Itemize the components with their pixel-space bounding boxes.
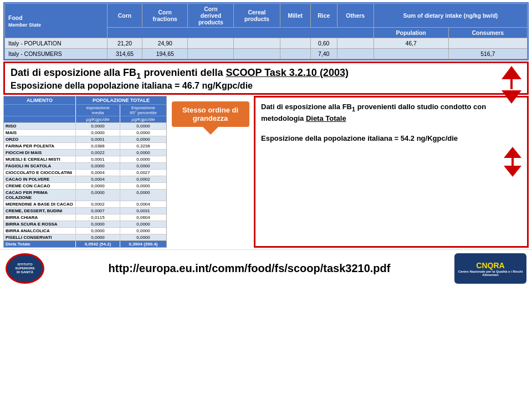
row2-rice: 7,40 (310, 49, 337, 59)
alimento-row: CACAO PER PRIMA COLAZIONE 0,0000 0,0000 (4, 189, 166, 201)
row-val2: 0,0027 (120, 170, 166, 176)
scoop-title: Dati di esposizione alla FB1 provenienti… (11, 66, 521, 81)
main-table: FoodMember State Corn Cornfractions Corn… (4, 3, 528, 59)
logo-iss: ISTITUTOSUPERIOREDI SANITÀ (6, 253, 44, 284)
row-val2: 0,0000 (120, 130, 166, 136)
col-spacer (107, 28, 374, 38)
total-label: Dieta Totale (4, 241, 76, 247)
row-val2: 0,0000 (120, 136, 166, 142)
top-table-wrapper: FoodMember State Corn Cornfractions Corn… (3, 2, 529, 60)
row-val1: 0,0000 (76, 221, 120, 227)
alimento-row: MUESLI E CEREALI MISTI 0,0001 0,0000 (4, 156, 166, 162)
row2-corn-derived (188, 49, 234, 59)
row-val1: 0,0000 (76, 163, 120, 169)
row-val2: 0,0000 (120, 123, 166, 129)
col-food: FoodMember State (5, 4, 108, 38)
total-val1: 0,0542 (54.2) (76, 241, 120, 247)
alimento-col-name: ALIMENTO (4, 96, 76, 104)
row-val1: 0,0115 (76, 214, 120, 221)
dati-link: Dieta Totale (306, 114, 346, 122)
alimento-sub-esposizione: esposizionemedia (76, 105, 120, 116)
row-name: CIOCCOLATO E CIOCCOLATINI (4, 170, 76, 176)
alimento-row: CREME, DESSERT, BUDINI 0,0007 0,0031 (4, 207, 166, 214)
row-name: MUESLI E CEREALI MISTI (4, 156, 76, 162)
row2-corn-fractions: 194,65 (142, 49, 188, 59)
row-name: RISO (4, 123, 76, 129)
row-name: CREME, DESSERT, BUDINI (4, 208, 76, 214)
dati-text1: Dati di esposizione alla FB1 provenienti… (261, 103, 486, 122)
cnqra-name: CNQRA (456, 261, 525, 270)
row-name: CREME CON CACAO (4, 183, 76, 189)
row-val1: 0,0000 (76, 130, 120, 136)
row-val2: 0,0002 (120, 176, 166, 182)
row-val2: 0,0000 (120, 150, 166, 156)
dati-text2: Esposizione della popolazione italiana =… (261, 134, 458, 142)
row-name: MAIS (4, 130, 76, 136)
row1-consumers (448, 38, 527, 49)
row1-rice: 0,60 (310, 38, 337, 49)
row1-cereal (234, 38, 280, 49)
alimento-header: ALIMENTO POPOLAZIONE TOTALE (4, 96, 166, 104)
row1-millet (280, 38, 310, 49)
dati-arrow-shaft (511, 158, 514, 166)
row1-corn: 21,20 (107, 38, 142, 49)
row-name: MERENDINE A BASE DI CACAO (4, 201, 76, 207)
alimento-units: µg/Kgpc/die µg/Kgpc/die (4, 116, 166, 122)
alimento-row: BIRRA SCURA E ROSSA 0,0000 0,0000 (4, 221, 166, 227)
col-corn: Corn (107, 4, 142, 28)
row-val2: 0,3238 (120, 143, 166, 149)
row1-corn-fractions: 24,90 (142, 38, 188, 49)
footer-bar: ISTITUTOSUPERIOREDI SANITÀ http://europa… (0, 249, 532, 287)
row-val1: 0,0022 (76, 150, 120, 156)
col-population: Population (374, 28, 448, 38)
alimento-row: FIOCCHI DI MAIS 0,0022 0,0000 (4, 149, 166, 156)
row-name: BIRRA CHIARA (4, 214, 76, 221)
row-val1: 0,0007 (76, 208, 120, 214)
dati-box: Dati di esposizione alla FB1 provenienti… (254, 96, 529, 248)
cnqra-sub: Centro Nazionale per la Qualità e i Risc… (456, 270, 525, 277)
alimento-table: ALIMENTO POPOLAZIONE TOTALE esposizionem… (3, 96, 167, 248)
bottom-section: ALIMENTO POPOLAZIONE TOTALE esposizionem… (3, 96, 529, 248)
alimento-row: RISO 0,0000 0,0000 (4, 122, 166, 129)
row2-population (374, 49, 448, 59)
row-val2: 0,0000 (120, 228, 166, 234)
arrow-down-icon (502, 90, 521, 104)
row-val1: 0,0000 (76, 123, 120, 129)
row-val1: 0,0000 (76, 183, 120, 189)
logo-iss-text: ISTITUTOSUPERIOREDI SANITÀ (15, 263, 34, 275)
dati-arrow-down (504, 166, 521, 177)
col-rice: Rice (310, 4, 337, 28)
alimento-rows: RISO 0,0000 0,0000 MAIS 0,0000 0,0000 OR… (4, 122, 166, 241)
row-val1: 0,0004 (76, 170, 120, 176)
dati-arrow-up (504, 147, 521, 158)
row2-food: Italy - CONSUMERS (5, 49, 108, 59)
row1-others (337, 38, 374, 49)
row-val1: 0,0002 (76, 201, 120, 207)
row-val1: 0,0001 (76, 136, 120, 142)
row-name: CACAO PER PRIMA COLAZIONE (4, 190, 76, 201)
alimento-row: CACAO IN POLVERE 0,0004 0,0002 (4, 176, 166, 182)
alimento-row: MERENDINE A BASE DI CACAO 0,0002 0,0004 (4, 201, 166, 207)
row-val2: 0,0604 (120, 214, 166, 221)
alimento-sub-percentile: Esposizione95° percentile (120, 105, 166, 116)
row-val2: 0,0031 (120, 208, 166, 214)
row-name: BIRRA ANALCOLICA (4, 228, 76, 234)
row2-cereal (234, 49, 280, 59)
row1-corn-derived (188, 38, 234, 49)
row-val2: 0,0000 (120, 163, 166, 169)
total-val2: 0,3904 (390.4) (120, 241, 166, 247)
alimento-row: CREME CON CACAO 0,0000 0,0000 (4, 182, 166, 189)
alimento-total: Dieta Totale 0,0542 (54.2) 0,3904 (390.4… (4, 241, 166, 247)
arrow-up-icon (502, 66, 521, 79)
row-val2: 0,0004 (120, 201, 166, 207)
alimento-row: PISELLI CONSERVATI 0,0000 0,0000 (4, 234, 166, 241)
row2-millet (280, 49, 310, 59)
alimento-sub-blank (4, 105, 76, 116)
row-name: FIOCCHI DI MAIS (4, 150, 76, 156)
row2-corn: 314,65 (107, 49, 142, 59)
row-name: BIRRA SCURA E ROSSA (4, 221, 76, 227)
alimento-unit2: µg/Kgpc/die (120, 116, 166, 122)
scoop-link: SCOOP Task 3.2.10 (2003) (226, 67, 348, 78)
alimento-row: FARINA PER POLENTA 0,0388 0,3238 (4, 142, 166, 149)
alimento-row: FAGIOLI IN SCATOLA 0,0000 0,0000 (4, 162, 166, 169)
